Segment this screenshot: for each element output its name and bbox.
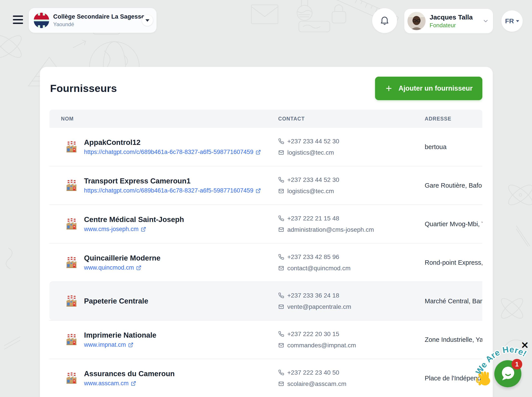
external-link-icon (256, 149, 261, 155)
factory-icon (65, 180, 78, 192)
school-selector[interactable]: Collège Secondaire La Sagesse Yaoundé (29, 8, 156, 33)
supplier-name: Papeterie Centrale (84, 297, 148, 305)
mail-icon (278, 381, 284, 387)
supplier-email: contact@quincmod.cm (278, 265, 425, 272)
bell-icon (379, 15, 390, 26)
supplier-name: Quincaillerie Moderne (84, 254, 161, 262)
table-body: AppakControl12 https://chatgpt.com/c/689… (50, 128, 482, 397)
table-row[interactable]: Centre Médical Saint-Joseph www.cms-jose… (50, 205, 482, 243)
mail-icon (278, 304, 284, 310)
supplier-email: logistics@tec.cm (278, 188, 425, 195)
supplier-phone: +237 233 44 52 30 (278, 176, 425, 183)
caret-down-icon (145, 19, 149, 22)
supplier-link[interactable]: www.quincmod.cm (84, 264, 161, 271)
external-link-icon (136, 265, 141, 271)
mail-icon (278, 149, 284, 155)
menu-button[interactable] (13, 15, 24, 25)
column-header-adresse: ADRESSE (425, 116, 482, 122)
table-header: NOM CONTACT ADRESSE (50, 110, 482, 128)
mail-icon (278, 342, 284, 348)
column-header-contact: CONTACT (278, 116, 425, 122)
chat-widget: We Are Here! 1 ✕ (469, 336, 532, 397)
school-dropdown-button[interactable] (142, 15, 153, 26)
supplier-name: AppakControl12 (84, 138, 261, 147)
phone-icon (278, 292, 284, 298)
caret-down-icon (516, 20, 519, 22)
user-name: Jacques Talla (430, 13, 482, 21)
supplier-phone: +237 233 42 85 96 (278, 254, 425, 261)
supplier-email: vente@papcentrale.cm (278, 303, 425, 310)
supplier-phone: +237 222 20 30 15 (278, 330, 425, 338)
supplier-name: Assurances du Cameroun (84, 370, 175, 378)
supplier-name: Imprimerie Nationale (84, 331, 156, 339)
column-header-nom: NOM (50, 116, 278, 122)
school-name: Collège Secondaire La Sagesse (53, 13, 142, 20)
external-link-icon (141, 227, 146, 232)
page-title: Fournisseurs (50, 82, 117, 94)
phone-icon (278, 138, 284, 144)
factory-icon (65, 295, 78, 307)
supplier-address: Rond-point Express, D (425, 259, 482, 266)
factory-icon (65, 257, 78, 269)
phone-icon (278, 370, 284, 376)
user-role: Fondateur (430, 22, 482, 29)
table-row[interactable]: Assurances du Cameroun www.asscam.cm +23… (50, 359, 482, 397)
table-row[interactable]: Quincaillerie Moderne www.quincmod.cm +2… (50, 243, 482, 282)
school-city: Yaoundé (53, 21, 142, 27)
mail-icon (278, 227, 284, 233)
supplier-phone: +237 222 21 15 48 (278, 215, 425, 222)
supplier-name: Centre Médical Saint-Joseph (84, 215, 184, 224)
chat-unread-badge: 1 (512, 359, 522, 370)
external-link-icon (131, 381, 136, 386)
avatar (407, 12, 426, 30)
chevron-down-icon (482, 18, 489, 24)
supplier-name: Transport Express Cameroun1 (84, 177, 261, 185)
chat-close-button[interactable]: ✕ (521, 341, 529, 350)
supplier-address: Quartier Mvog-Mbi, Ya (425, 220, 482, 228)
supplier-address: Marché Central, Bame (425, 298, 482, 305)
phone-icon (278, 177, 284, 183)
supplier-phone: +237 222 23 40 50 (278, 369, 425, 376)
supplier-phone: +237 233 36 24 18 (278, 292, 425, 299)
table-row[interactable]: Transport Express Cameroun1 https://chat… (50, 166, 482, 205)
supplier-phone: +237 233 44 52 30 (278, 138, 425, 145)
supplier-link[interactable]: www.asscam.cm (84, 380, 175, 387)
table-row[interactable]: Papeterie Centrale +237 233 36 24 18 ven… (50, 282, 482, 320)
user-menu[interactable]: Jacques Talla Fondateur (404, 9, 493, 33)
suppliers-card: Fournisseurs Ajouter un fournisseur NOM … (40, 67, 493, 397)
language-label: FR (505, 17, 514, 25)
factory-icon (65, 372, 78, 384)
factory-icon (65, 334, 78, 346)
supplier-link[interactable]: https://chatgpt.com/c/689b461a-6c78-8327… (84, 149, 261, 155)
notifications-button[interactable] (372, 8, 397, 33)
mail-icon (278, 188, 284, 194)
phone-icon (278, 331, 284, 337)
factory-icon (65, 141, 78, 153)
supplier-address: bertoua (425, 143, 446, 150)
add-supplier-button[interactable]: Ajouter un fournisseur (375, 77, 482, 100)
external-link-icon (256, 188, 261, 193)
supplier-email: logistics@tec.cm (278, 149, 425, 156)
supplier-email: commandes@impnat.cm (278, 342, 425, 349)
table-row[interactable]: Imprimerie Nationale www.impnat.cm +237 … (50, 320, 482, 359)
supplier-link[interactable]: www.cms-joseph.cm (84, 226, 184, 233)
phone-icon (278, 254, 284, 260)
plus-icon (385, 84, 393, 92)
language-selector[interactable]: FR (501, 10, 523, 32)
add-supplier-label: Ajouter un fournisseur (399, 84, 473, 92)
supplier-email: scolaire@asscam.cm (278, 380, 425, 387)
factory-icon (65, 218, 78, 230)
supplier-link[interactable]: https://chatgpt.com/c/689b461a-6c78-8327… (84, 187, 261, 194)
supplier-link[interactable]: www.impnat.cm (84, 341, 156, 348)
phone-icon (278, 215, 284, 221)
supplier-email: administration@cms-joseph.cm (278, 226, 425, 233)
suppliers-table: NOM CONTACT ADRESSE (50, 110, 482, 397)
table-row[interactable]: AppakControl12 https://chatgpt.com/c/689… (50, 128, 482, 166)
mail-icon (278, 265, 284, 271)
supplier-address: Gare Routière, Bafouss (425, 182, 482, 189)
external-link-icon (128, 342, 133, 347)
school-logo (34, 13, 49, 28)
